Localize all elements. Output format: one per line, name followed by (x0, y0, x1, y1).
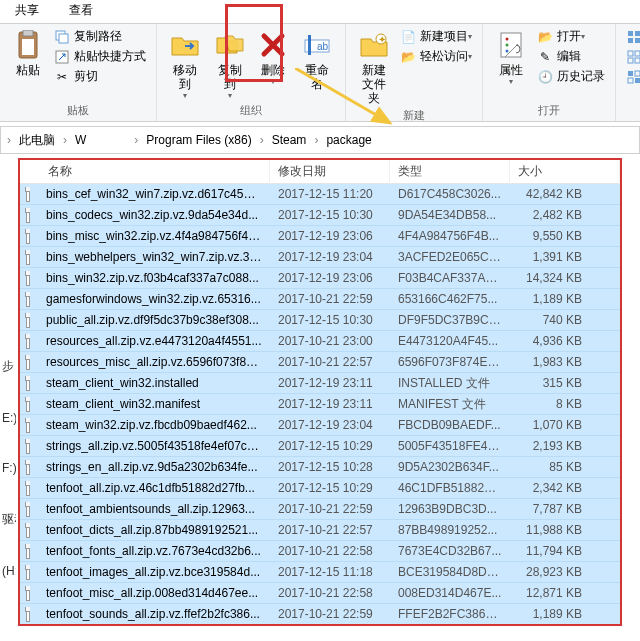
table-row[interactable]: tenfoot_images_all.zip.vz.bce319584d...2… (20, 562, 620, 583)
select-all-button[interactable]: 全部 (622, 27, 640, 46)
bc-this-pc[interactable]: 此电脑 (13, 129, 61, 152)
file-size: 2,193 KB (510, 439, 590, 453)
open-button[interactable]: 📂打开 ▾ (533, 27, 609, 46)
file-type: 4F4A984756F4B... (390, 229, 510, 243)
delete-button[interactable]: 删除▾ (252, 27, 294, 88)
sidebar-item[interactable]: 驱动 (0, 493, 16, 546)
delete-x-icon (257, 29, 289, 61)
file-date: 2017-10-21 23:00 (270, 334, 390, 348)
bc-package[interactable]: package (320, 130, 377, 150)
file-name: tenfoot_dicts_all.zip.87bb4989192521... (38, 523, 270, 537)
copy-path-button[interactable]: 复制路径 (50, 27, 150, 46)
ribbon-group-open: 属性▾ 📂打开 ▾ ✎编辑 🕘历史记录 打开 (483, 24, 616, 121)
file-date: 2017-12-15 10:29 (270, 439, 390, 453)
table-row[interactable]: resources_all.zip.vz.e4473120a4f4551...2… (20, 331, 620, 352)
new-group-label: 新建 (352, 107, 476, 124)
paste-shortcut-button[interactable]: 粘贴快捷方式 (50, 47, 150, 66)
breadcrumb[interactable]: › 此电脑 › W › Program Files (x86) › Steam … (0, 126, 640, 154)
col-type[interactable]: 类型 (390, 159, 510, 184)
table-row[interactable]: strings_en_all.zip.vz.9d5a2302b634fe...2… (20, 457, 620, 478)
file-type: 008ED314D467E... (390, 586, 510, 600)
cut-button[interactable]: ✂剪切 (50, 67, 150, 86)
file-header: 名称 修改日期 类型 大小 (20, 160, 620, 184)
file-icon (20, 502, 38, 517)
easy-access-icon: 📂 (400, 49, 416, 65)
col-date[interactable]: 修改日期 (270, 159, 390, 184)
easy-access-button[interactable]: 📂轻松访问 ▾ (396, 47, 476, 66)
file-size: 4,936 KB (510, 334, 590, 348)
table-row[interactable]: bins_webhelpers_win32_win7.zip.vz.3a...2… (20, 247, 620, 268)
move-to-button[interactable]: 移动到▾ (163, 27, 208, 102)
tab-view[interactable]: 查看 (54, 0, 108, 23)
table-row[interactable]: bins_cef_win32_win7.zip.vz.d617c458c...2… (20, 184, 620, 205)
table-row[interactable]: steam_client_win32.manifest2017-12-19 23… (20, 394, 620, 415)
properties-button[interactable]: 属性▾ (489, 27, 533, 88)
file-type: 5005F43518FE4E... (390, 439, 510, 453)
file-icon (20, 544, 38, 559)
history-button[interactable]: 🕘历史记录 (533, 67, 609, 86)
file-name: bins_cef_win32_win7.zip.vz.d617c458c... (38, 187, 270, 201)
table-row[interactable]: bins_codecs_win32.zip.vz.9da54e34d...201… (20, 205, 620, 226)
table-row[interactable]: resources_misc_all.zip.vz.6596f073f87...… (20, 352, 620, 373)
file-name: bins_codecs_win32.zip.vz.9da54e34d... (38, 208, 270, 222)
file-date: 2017-12-15 10:29 (270, 481, 390, 495)
table-row[interactable]: tenfoot_all.zip.vz.46c1dfb51882d27fb...2… (20, 478, 620, 499)
bc-chevron-icon[interactable]: › (5, 133, 13, 147)
ribbon-group-organize: 移动到▾ 复制到▾ 删除▾ ab 重命名 组织 (157, 24, 346, 121)
copy-to-button[interactable]: 复制到▾ (208, 27, 253, 102)
table-row[interactable]: tenfoot_misc_all.zip.008ed314d467ee...20… (20, 583, 620, 604)
edit-button[interactable]: ✎编辑 (533, 47, 609, 66)
file-name: steam_client_win32.installed (38, 376, 270, 390)
file-size: 1,983 KB (510, 355, 590, 369)
rename-button[interactable]: ab 重命名 (294, 27, 339, 93)
select-none-button[interactable]: 全部取 (622, 47, 640, 66)
file-icon (20, 439, 38, 454)
file-name: resources_misc_all.zip.vz.6596f073f87... (38, 355, 270, 369)
file-icon (20, 292, 38, 307)
file-type: 653166C462F75... (390, 292, 510, 306)
move-to-icon (169, 29, 201, 61)
col-name[interactable]: 名称 (20, 159, 270, 184)
sidebar-item[interactable]: E:) (0, 393, 16, 443)
table-row[interactable]: bins_win32.zip.vz.f03b4caf337a7c088...20… (20, 268, 620, 289)
table-row[interactable]: steam_client_win32.installed2017-12-19 2… (20, 373, 620, 394)
file-name: strings_all.zip.vz.5005f43518fe4ef07cc..… (38, 439, 270, 453)
properties-icon (495, 29, 527, 61)
col-size[interactable]: 大小 (510, 159, 620, 184)
table-row[interactable]: tenfoot_dicts_all.zip.87bb4989192521...2… (20, 520, 620, 541)
file-icon (20, 523, 38, 538)
table-row[interactable]: public_all.zip.vz.df9f5dc37b9c38ef308...… (20, 310, 620, 331)
bc-drive[interactable]: W (69, 130, 92, 150)
tab-share[interactable]: 共享 (0, 0, 54, 23)
sidebar-item[interactable]: 步 (0, 340, 16, 393)
table-row[interactable]: steam_win32.zip.vz.fbcdb09baedf462...201… (20, 415, 620, 436)
new-item-button[interactable]: 📄新建项目 ▾ (396, 27, 476, 46)
file-type: F03B4CAF337A7... (390, 271, 510, 285)
file-type: INSTALLED 文件 (390, 375, 510, 392)
table-row[interactable]: tenfoot_sounds_all.zip.vz.ffef2b2fc386..… (20, 604, 620, 625)
svg-rect-23 (628, 58, 633, 63)
svg-rect-24 (635, 58, 640, 63)
table-row[interactable]: tenfoot_ambientsounds_all.zip.12963...20… (20, 499, 620, 520)
table-row[interactable]: bins_misc_win32.zip.vz.4f4a984756f4b...2… (20, 226, 620, 247)
copy-path-icon (54, 29, 70, 45)
clipboard-group-label: 贴板 (6, 102, 150, 119)
invert-selection-button[interactable]: 反向选 (622, 67, 640, 86)
file-size: 1,189 KB (510, 607, 590, 621)
svg-rect-20 (635, 38, 640, 43)
svg-point-14 (506, 38, 509, 41)
sidebar-item[interactable]: (H: (0, 546, 16, 596)
sidebar-item[interactable]: F:) (0, 443, 16, 493)
sidebar-left: 步 E:) F:) 驱动 (H: (0, 340, 16, 596)
ribbon-group-new: ✦ 新建 文件夹 📄新建项目 ▾ 📂轻松访问 ▾ 新建 (346, 24, 483, 121)
file-date: 2017-12-19 23:06 (270, 229, 390, 243)
table-row[interactable]: tenfoot_fonts_all.zip.vz.7673e4cd32b6...… (20, 541, 620, 562)
bc-steam[interactable]: Steam (266, 130, 313, 150)
table-row[interactable]: gamesforwindows_win32.zip.vz.65316...201… (20, 289, 620, 310)
bc-program-files[interactable]: Program Files (x86) (140, 130, 257, 150)
new-folder-button[interactable]: ✦ 新建 文件夹 (352, 27, 396, 107)
file-icon (20, 187, 38, 202)
paste-button[interactable]: 粘贴 (6, 27, 50, 79)
table-row[interactable]: strings_all.zip.vz.5005f43518fe4ef07cc..… (20, 436, 620, 457)
file-type: 9D5A2302B634F... (390, 460, 510, 474)
